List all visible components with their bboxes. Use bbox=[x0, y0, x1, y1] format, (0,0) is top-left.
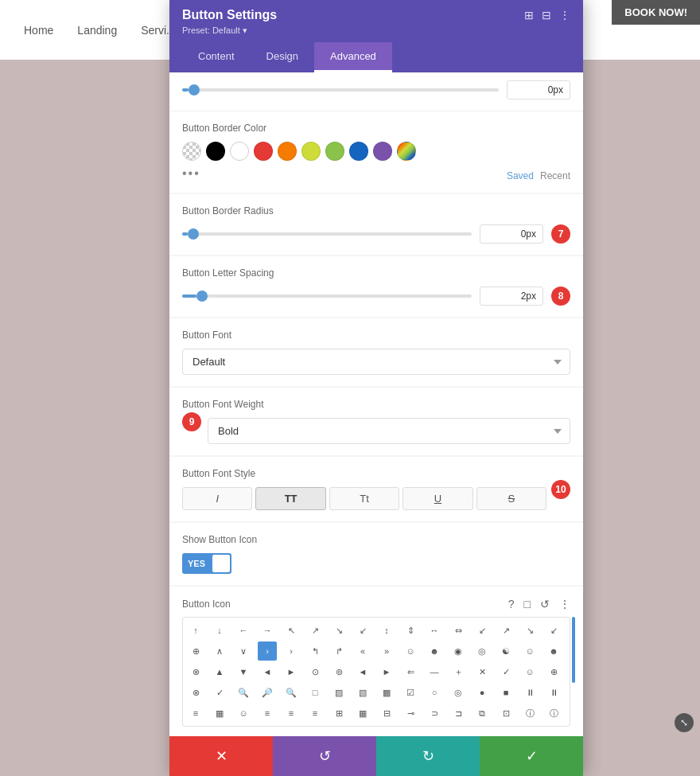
icon-return-l[interactable]: ↰ bbox=[305, 641, 325, 661]
icon-sqbox[interactable]: ⊡ bbox=[496, 704, 515, 723]
icon-leftright2[interactable]: ⇔ bbox=[449, 621, 468, 640]
icon-se-arr[interactable]: ↘ bbox=[329, 621, 348, 640]
icon-grid5[interactable]: ▦ bbox=[353, 704, 372, 723]
icon-pause[interactable]: ⏸ bbox=[520, 683, 539, 702]
nav-landing[interactable]: Landing bbox=[77, 24, 117, 37]
icon-circle-dot[interactable]: ◉ bbox=[449, 641, 468, 661]
icon-dbl-left[interactable]: « bbox=[353, 641, 372, 661]
icon-sw[interactable]: ↙ bbox=[353, 621, 372, 640]
tab-content[interactable]: Content bbox=[182, 42, 251, 72]
swatch-gradient[interactable] bbox=[397, 142, 416, 161]
button-font-select[interactable]: Default bbox=[182, 349, 570, 375]
icon-arr-right[interactable]: › bbox=[282, 641, 301, 661]
icon-triangle-up[interactable]: ▲ bbox=[210, 662, 229, 681]
redo-button[interactable]: ↻ bbox=[376, 736, 480, 776]
icon-circle[interactable]: ○ bbox=[425, 683, 444, 702]
icon-caret-right-sel[interactable]: › bbox=[258, 641, 277, 661]
font-style-strikethrough[interactable]: S bbox=[476, 487, 546, 510]
icon-up[interactable]: ↑ bbox=[186, 621, 205, 640]
tab-design[interactable]: Design bbox=[251, 42, 314, 72]
resize-handle[interactable]: ⤡ bbox=[675, 713, 694, 732]
book-now-button[interactable]: BOOK NOW! bbox=[612, 0, 700, 25]
swatch-red[interactable] bbox=[254, 142, 273, 161]
border-color-recent[interactable]: Recent bbox=[540, 170, 570, 181]
icon-sq2[interactable]: ■ bbox=[496, 683, 515, 702]
icon-help[interactable]: ? bbox=[508, 598, 515, 610]
icon-plus-circle[interactable]: ⊕ bbox=[544, 662, 563, 681]
icon-updown2[interactable]: ⇕ bbox=[401, 621, 420, 640]
icon-diag3[interactable]: ↘ bbox=[520, 621, 539, 640]
icon-dbl-right[interactable]: » bbox=[377, 641, 396, 661]
icon-minus-box[interactable]: ⊟ bbox=[377, 704, 396, 723]
icon-search2[interactable]: 🔎 bbox=[258, 683, 277, 702]
preset-label[interactable]: Preset: Default ▾ bbox=[182, 25, 570, 36]
icon-happy[interactable]: ☺ bbox=[520, 662, 539, 681]
icon-layers[interactable]: ⧉ bbox=[472, 704, 492, 723]
icon-lines4[interactable]: ≡ bbox=[305, 704, 325, 723]
icon-target[interactable]: ◎ bbox=[472, 641, 492, 661]
icon-leftright[interactable]: ↔ bbox=[425, 621, 444, 640]
icon-move[interactable]: ⊕ bbox=[186, 641, 205, 661]
icon-smiley[interactable]: ☺ bbox=[520, 641, 539, 661]
icon-phone[interactable]: □ bbox=[524, 598, 531, 610]
confirm-button[interactable]: ✓ bbox=[480, 736, 583, 776]
icon-down[interactable]: ↓ bbox=[210, 621, 229, 640]
icon-x-circle[interactable]: ⊗ bbox=[186, 662, 205, 681]
icon-link[interactable]: ⊸ bbox=[401, 704, 420, 723]
icon-info1[interactable]: ⓘ bbox=[520, 704, 539, 723]
panel-icon-more[interactable]: ⋮ bbox=[559, 9, 570, 21]
font-style-underline[interactable]: U bbox=[402, 487, 472, 510]
nav-home[interactable]: Home bbox=[24, 24, 53, 37]
swatch-blue[interactable] bbox=[349, 142, 368, 161]
top-slider-value[interactable] bbox=[507, 80, 570, 99]
undo-button[interactable]: ↺ bbox=[273, 736, 376, 776]
icon-lines3[interactable]: ≡ bbox=[282, 704, 301, 723]
icon-check2[interactable]: ✓ bbox=[210, 683, 229, 702]
icon-triangle-dn[interactable]: ▼ bbox=[234, 662, 253, 681]
icon-smile2[interactable]: ☻ bbox=[425, 641, 444, 661]
icon-ne[interactable]: ↗ bbox=[305, 621, 325, 640]
border-color-saved[interactable]: Saved bbox=[507, 170, 534, 181]
icon-grid3[interactable]: ▩ bbox=[377, 683, 396, 702]
letter-spacing-value[interactable] bbox=[480, 287, 543, 306]
icon-updown[interactable]: ↕ bbox=[377, 621, 396, 640]
show-icon-toggle[interactable]: YES bbox=[182, 553, 231, 574]
icon-corner[interactable]: ⊐ bbox=[449, 704, 468, 723]
icon-search1[interactable]: 🔍 bbox=[234, 683, 253, 702]
icon-plus[interactable]: ＋ bbox=[449, 662, 468, 681]
icon-tri-right2[interactable]: ► bbox=[377, 662, 396, 681]
icon-left[interactable]: ← bbox=[234, 621, 253, 640]
cancel-button[interactable]: ✕ bbox=[169, 736, 273, 776]
font-weight-select[interactable]: Bold Normal 100 200 300 400 500 600 700 … bbox=[208, 418, 570, 444]
swatch-green[interactable] bbox=[325, 142, 344, 161]
icon-dot[interactable]: ● bbox=[472, 683, 492, 702]
font-style-italic[interactable]: I bbox=[182, 487, 252, 510]
icon-caret-down[interactable]: ∨ bbox=[234, 641, 253, 661]
icon-pause2[interactable]: ⏸ bbox=[544, 683, 563, 702]
icon-sup[interactable]: ⊃ bbox=[425, 704, 444, 723]
icon-square[interactable]: □ bbox=[305, 683, 325, 702]
icon-ring[interactable]: ⊚ bbox=[329, 662, 348, 681]
swatch-black[interactable] bbox=[206, 142, 225, 161]
icon-lines[interactable]: ≡ bbox=[186, 704, 205, 723]
icon-tri-left2[interactable]: ◄ bbox=[353, 662, 372, 681]
tab-advanced[interactable]: Advanced bbox=[314, 42, 392, 72]
icon-times[interactable]: ✕ bbox=[472, 662, 492, 681]
icon-caret-up[interactable]: ∧ bbox=[210, 641, 229, 661]
font-style-uppercase[interactable]: TT bbox=[255, 487, 325, 510]
top-slider-track[interactable] bbox=[182, 88, 499, 92]
icon-smile1[interactable]: ☺ bbox=[401, 641, 420, 661]
border-color-more[interactable]: ••• bbox=[182, 166, 200, 181]
swatch-yellow[interactable] bbox=[301, 142, 321, 161]
border-radius-value[interactable] bbox=[480, 224, 543, 244]
swatch-purple[interactable] bbox=[373, 142, 392, 161]
icon-more[interactable]: ⋮ bbox=[559, 598, 570, 610]
icon-gridbox[interactable]: ⊞ bbox=[329, 704, 348, 723]
icon-tri-left[interactable]: ◄ bbox=[258, 662, 277, 681]
icon-diag1[interactable]: ↙ bbox=[472, 621, 492, 640]
swatch-transparent[interactable] bbox=[182, 142, 201, 161]
swatch-white[interactable] bbox=[230, 142, 249, 161]
icon-search3[interactable]: 🔍 bbox=[282, 683, 301, 702]
icon-info2[interactable]: ⓘ bbox=[544, 704, 563, 723]
icon-smiley2[interactable]: ☻ bbox=[544, 641, 563, 661]
